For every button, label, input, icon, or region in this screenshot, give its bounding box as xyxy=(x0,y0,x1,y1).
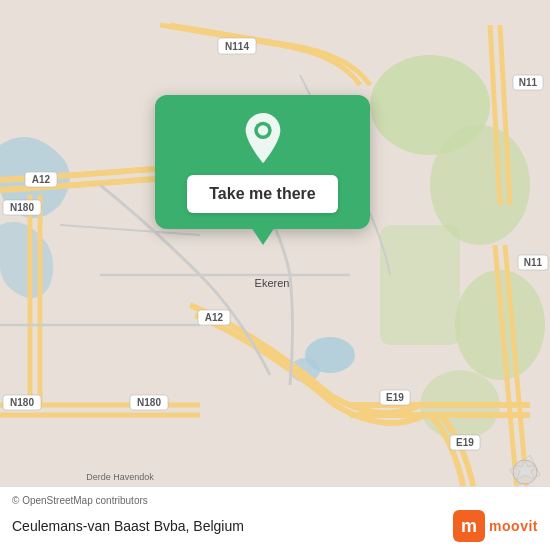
map-background: N114 A12 N11 N11 N180 N180 N180 A12 E19 … xyxy=(0,0,550,550)
business-name: Ceulemans-van Baast Bvba, Belgium xyxy=(12,518,244,534)
business-row: Ceulemans-van Baast Bvba, Belgium m moov… xyxy=(12,510,538,542)
svg-text:N11: N11 xyxy=(519,77,538,88)
svg-text:N180: N180 xyxy=(10,202,34,213)
moovit-logo: m moovit xyxy=(453,510,538,542)
moovit-icon: m xyxy=(453,510,485,542)
svg-text:N180: N180 xyxy=(137,397,161,408)
svg-text:E19: E19 xyxy=(456,437,474,448)
svg-rect-5 xyxy=(380,225,460,345)
attribution-text: © OpenStreetMap contributors xyxy=(12,495,538,506)
map-container: N114 A12 N11 N11 N180 N180 N180 A12 E19 … xyxy=(0,0,550,550)
svg-point-34 xyxy=(257,125,267,135)
svg-text:Derde Havendok: Derde Havendok xyxy=(86,472,154,482)
svg-text:E19: E19 xyxy=(386,392,404,403)
svg-text:N180: N180 xyxy=(10,397,34,408)
svg-text:N11: N11 xyxy=(524,257,543,268)
moovit-letter: m xyxy=(461,516,477,537)
take-me-there-button[interactable]: Take me there xyxy=(187,175,337,213)
svg-text:A12: A12 xyxy=(32,174,51,185)
location-pin-icon xyxy=(237,113,289,165)
moovit-text: moovit xyxy=(489,518,538,534)
bottom-bar: © OpenStreetMap contributors Ceulemans-v… xyxy=(0,486,550,550)
popup-card: Take me there xyxy=(155,95,370,229)
svg-text:A12: A12 xyxy=(205,312,224,323)
svg-text:Ekeren: Ekeren xyxy=(255,277,290,289)
svg-text:N114: N114 xyxy=(225,41,249,52)
